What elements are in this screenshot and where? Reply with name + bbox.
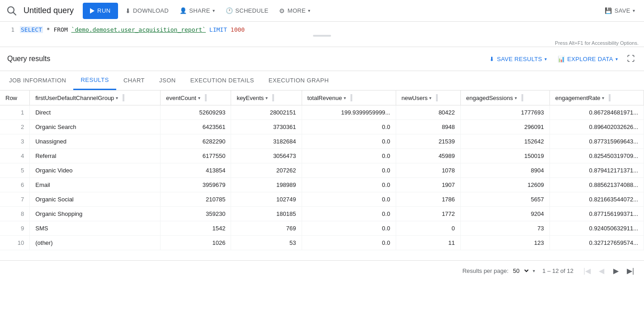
resize-handle-eventcount[interactable] — [205, 94, 207, 101]
first-page-button[interactable]: |◀ — [581, 264, 593, 277]
cell-totalrevenue: 0.0 — [302, 236, 396, 250]
tab-job-information[interactable]: JOB INFORMATION — [2, 72, 73, 90]
tab-execution-details[interactable]: EXECUTION DETAILS — [183, 72, 261, 90]
save-results-icon — [489, 56, 494, 62]
resize-handle-channel[interactable] — [123, 94, 124, 101]
col-engagedSessions[interactable]: engagedSessions ▾ — [460, 91, 549, 105]
cell-totalrevenue: 0.0 — [302, 120, 396, 134]
resize-handle-keyevents[interactable] — [272, 94, 274, 101]
cell-newusers: 21539 — [396, 134, 460, 149]
cell-keyevents: 198989 — [231, 178, 302, 192]
resize-handle-engagedsessions[interactable] — [521, 94, 523, 101]
cell-row: 10 — [0, 236, 30, 250]
next-page-button[interactable]: ▶ — [610, 264, 622, 277]
run-label: RUN — [97, 7, 111, 14]
download-button[interactable]: DOWNLOAD — [122, 3, 172, 19]
cell-newusers: 0 — [396, 221, 460, 236]
cell-totalrevenue: 199.9399959999... — [302, 105, 396, 120]
cell-keyevents: 207262 — [231, 163, 302, 178]
download-label: DOWNLOAD — [133, 7, 169, 14]
tab-json[interactable]: JSON — [152, 72, 183, 90]
cell-engagedsessions: 9204 — [460, 207, 549, 221]
cell-eventcount: 1542 — [161, 221, 231, 236]
cell-row: 9 — [0, 221, 30, 236]
table-footer: Results per page: 50 100 200 ▾ 1 – 12 of… — [0, 260, 644, 281]
col-engagementRate[interactable]: engagementRate ▾ — [549, 91, 644, 105]
schedule-button[interactable]: SCHEDULE — [222, 3, 272, 19]
scroll-handle — [313, 35, 331, 37]
table-body: 1 Direct 52609293 28002151 199.939995999… — [0, 105, 644, 250]
tab-results[interactable]: RESULTS — [73, 71, 116, 90]
results-title: Query results — [7, 55, 486, 63]
per-page-control: Results per page: 50 100 200 ▾ — [462, 267, 535, 275]
cell-channel: SMS — [30, 221, 161, 236]
cell-keyevents: 180185 — [231, 207, 302, 221]
cell-engagementrate: 0.879412171371... — [549, 163, 644, 178]
cell-keyevents: 28002151 — [231, 105, 302, 120]
cell-engagedsessions: 123 — [460, 236, 549, 250]
expand-button[interactable] — [625, 54, 637, 64]
col-firstUserDefaultChannelGroup[interactable]: firstUserDefaultChannelGroup ▾ — [30, 91, 161, 105]
save-icon — [605, 7, 612, 14]
pagination-controls: |◀ ◀ ▶ ▶| — [581, 264, 637, 277]
sort-icon-channel: ▾ — [116, 95, 118, 100]
run-button[interactable]: RUN — [83, 3, 118, 19]
table-row: 7 Organic Social 210785 102749 0.0 1786 … — [0, 192, 644, 207]
tab-chart[interactable]: CHART — [116, 72, 152, 90]
resize-handle-engagementrate[interactable] — [609, 94, 611, 101]
more-button[interactable]: MORE ▾ — [275, 3, 314, 19]
cell-newusers: 1786 — [396, 192, 460, 207]
sql-editor[interactable]: 1 SELECT * FROM `demo.demoset.user_acqui… — [0, 22, 644, 47]
col-totalRevenue[interactable]: totalRevenue ▾ — [302, 91, 396, 105]
cell-engagedsessions: 73 — [460, 221, 549, 236]
sort-icon-eventcount: ▾ — [198, 95, 200, 100]
cell-engagedsessions: 12609 — [460, 178, 549, 192]
per-page-chevron-icon: ▾ — [533, 268, 535, 273]
sql-rest: * FROM — [43, 26, 71, 33]
col-eventCount[interactable]: eventCount ▾ — [161, 91, 231, 105]
cell-row: 3 — [0, 134, 30, 149]
table-header-row: Row firstUserDefaultChannelGroup ▾ event… — [0, 91, 644, 105]
last-page-button[interactable]: ▶| — [624, 264, 637, 277]
table-container[interactable]: Row firstUserDefaultChannelGroup ▾ event… — [0, 91, 644, 260]
cell-engagementrate: 0.896402032626... — [549, 120, 644, 134]
sql-limit-value: 1000 — [231, 26, 245, 33]
prev-page-button[interactable]: ◀ — [595, 264, 608, 277]
col-keyEvents[interactable]: keyEvents ▾ — [231, 91, 302, 105]
share-chevron-icon: ▾ — [213, 8, 215, 13]
cell-newusers: 8948 — [396, 120, 460, 134]
cell-engagedsessions: 296091 — [460, 120, 549, 134]
cell-row: 7 — [0, 192, 30, 207]
svg-line-1 — [14, 12, 16, 15]
sql-line-1: 1 SELECT * FROM `demo.demoset.user_acqui… — [0, 25, 644, 34]
cell-channel: Organic Video — [30, 163, 161, 178]
save-results-button[interactable]: SAVE RESULTS ▾ — [486, 51, 550, 67]
table-row: 3 Unassigned 6282290 3182684 0.0 21539 1… — [0, 134, 644, 149]
tab-execution-graph[interactable]: EXECUTION GRAPH — [261, 72, 336, 90]
save-chevron-icon: ▾ — [633, 8, 635, 13]
cell-engagedsessions: 152642 — [460, 134, 549, 149]
save-button[interactable]: SAVE ▾ — [601, 3, 639, 19]
cell-engagedsessions: 5657 — [460, 192, 549, 207]
sort-icon-keyevents: ▾ — [265, 95, 268, 100]
cell-totalrevenue: 0.0 — [302, 207, 396, 221]
col-newUsers[interactable]: newUsers ▾ — [396, 91, 460, 105]
explore-data-chevron-icon: ▾ — [616, 57, 618, 62]
share-button[interactable]: SHARE ▾ — [176, 3, 218, 19]
cell-row: 1 — [0, 105, 30, 120]
table-row: 5 Organic Video 413854 207262 0.0 1078 8… — [0, 163, 644, 178]
results-table: Row firstUserDefaultChannelGroup ▾ event… — [0, 91, 644, 250]
cell-engagementrate: 0.825450319709... — [549, 149, 644, 163]
share-icon — [180, 7, 187, 14]
resize-handle-totalrevenue[interactable] — [350, 94, 352, 101]
results-actions: SAVE RESULTS ▾ EXPLORE DATA ▾ — [486, 51, 637, 67]
per-page-select[interactable]: 50 100 200 — [511, 267, 530, 275]
cell-eventcount: 6282290 — [161, 134, 231, 149]
save-results-chevron-icon: ▾ — [545, 57, 547, 62]
cell-row: 4 — [0, 149, 30, 163]
cell-newusers: 80422 — [396, 105, 460, 120]
resize-handle-newusers[interactable] — [436, 94, 438, 101]
explore-data-button[interactable]: EXPLORE DATA ▾ — [554, 51, 621, 67]
cell-totalrevenue: 0.0 — [302, 134, 396, 149]
sort-icon-newusers: ▾ — [429, 95, 431, 100]
